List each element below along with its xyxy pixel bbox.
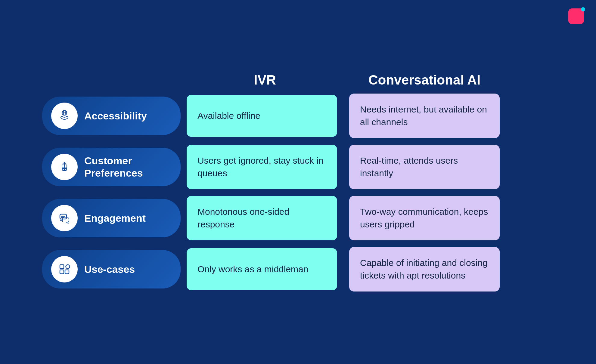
ai-cell-preferences: Real-time, attends users instantly [349,145,500,189]
ai-column-header: Conversational AI [346,72,503,88]
svg-rect-11 [60,265,64,269]
svg-point-12 [66,265,70,269]
ivr-column-header: IVR [190,72,340,88]
label-pill-use-cases: Use-cases [42,250,181,288]
preferences-label: CustomerPreferences [84,155,143,179]
ai-cell-accessibility: Needs internet, but available on all cha… [349,94,500,138]
ai-cell-use-cases: Capable of initiating and closing ticket… [349,247,500,292]
preferences-icon [51,154,78,180]
svg-rect-4 [65,165,67,168]
ivr-cell-accessibility: Available offline [187,95,337,137]
logo-dot [581,7,585,11]
ai-cell-engagement: Two-way communication, keeps users gripp… [349,196,500,240]
ivr-cell-engagement: Monotonous one-sided response [187,196,337,240]
logo-area [568,8,584,24]
table-row: Accessibility Available offline Needs in… [42,94,554,138]
engagement-label: Engagement [84,212,146,224]
svg-rect-13 [60,270,64,274]
header-row: IVR Conversational AI [190,72,554,94]
svg-rect-8 [62,218,69,222]
ivr-cell-use-cases: Only works as a middleman [187,248,337,290]
svg-rect-3 [62,165,64,168]
label-pill-engagement: Engagement [42,199,181,237]
ivr-cell-preferences: Users get ignored, stay stuck in queues [187,145,337,189]
comparison-table: Accessibility Available offline Needs in… [42,94,554,292]
label-pill-preferences: CustomerPreferences [42,148,181,186]
main-container: IVR Conversational AI Accessibility [42,72,554,292]
label-pill-accessibility: Accessibility [42,97,181,135]
table-row: CustomerPreferences Users get ignored, s… [42,145,554,189]
use-cases-icon [51,256,78,282]
table-row: Engagement Monotonous one-sided response… [42,196,554,240]
table-row: Use-cases Only works as a middleman Capa… [42,247,554,292]
svg-rect-14 [65,270,69,274]
use-cases-label: Use-cases [84,263,135,276]
engagement-icon [51,205,78,231]
logo-icon [568,8,584,24]
accessibility-label: Accessibility [84,110,147,122]
accessibility-icon [51,103,78,129]
